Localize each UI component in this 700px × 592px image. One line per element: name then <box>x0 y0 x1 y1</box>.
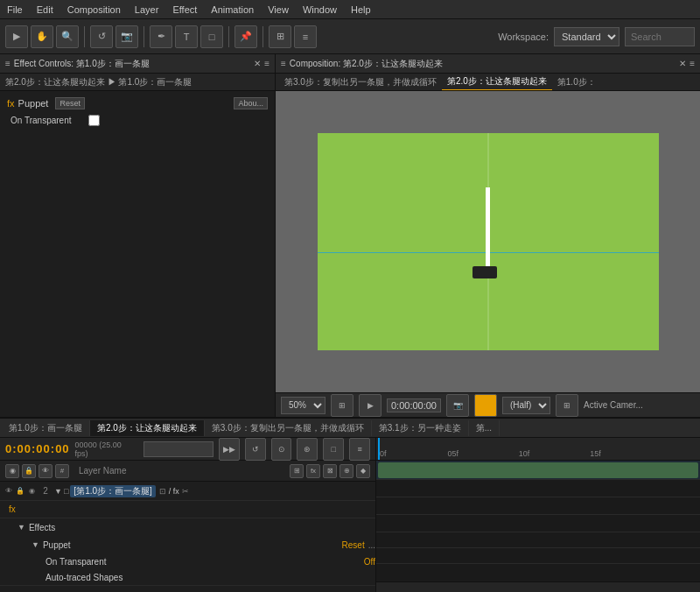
on-transparent-row: On Transparent <box>4 112 271 128</box>
tl-more-btn[interactable]: ≡ <box>349 438 370 461</box>
menu-item-composition[interactable]: Composition <box>60 3 128 17</box>
layer-expand-icon[interactable]: ▼ <box>54 487 62 496</box>
reset-view-btn[interactable]: ⊞ <box>331 394 354 417</box>
comp-close-icon[interactable]: ✕ <box>679 59 686 68</box>
shape-tool-btn[interactable]: □ <box>200 25 223 48</box>
toolbar-sep1 <box>84 26 85 47</box>
menu-item-window[interactable]: Window <box>296 3 344 17</box>
workspace-select[interactable]: Standard <box>554 27 620 46</box>
breadcrumb: 第2.0步：让这条腿动起来 ▶ 第1.0步：画一条腿 <box>0 74 275 91</box>
tl-render-btn[interactable]: □ <box>323 438 344 461</box>
camera-icon[interactable]: 📷 <box>446 394 469 417</box>
track-bar-main[interactable] <box>378 462 698 478</box>
tl-live-btn[interactable]: ⊙ <box>271 438 292 461</box>
effects-label: Effects <box>29 523 55 532</box>
layer-extra-controls: ⊡ / fx ✂ <box>159 487 189 496</box>
camera-tool-btn[interactable]: 📷 <box>116 25 138 48</box>
effects-expand-row[interactable]: ▼ Effects <box>18 518 375 536</box>
tl-keyframe-btn[interactable]: ◆ <box>356 464 370 478</box>
menu-item-layer[interactable]: Layer <box>128 3 166 17</box>
timeline-layer-panel: 0:00:00:00 00000 (25.00 fps) ▶▶ ↺ ⊙ ⊛ □ … <box>0 438 376 592</box>
effects-expand-icon[interactable]: ▼ <box>18 523 25 532</box>
tl-draft-btn[interactable]: ⊛ <box>297 438 318 461</box>
main-area: ≡ Effect Controls: 第1.0步：画一条腿 ✕ ≡ 第2.0步：… <box>0 54 700 417</box>
snap-btn[interactable]: ⊞ <box>269 25 291 48</box>
on-transparent-off[interactable]: Off <box>364 557 375 567</box>
tl-hide-btn[interactable]: 👁 <box>38 464 52 478</box>
puppet-reset-btn[interactable]: Reset <box>342 540 365 550</box>
canvas-bg <box>318 133 659 350</box>
track-fx <box>376 480 700 497</box>
menu-item-effect[interactable]: Effect <box>165 3 204 17</box>
timeline-main: 0:00:00:00 00000 (25.00 fps) ▶▶ ↺ ⊙ ⊛ □ … <box>0 438 700 592</box>
ruler-mark-15f: 15f <box>590 449 601 458</box>
about-btn[interactable]: Abou... <box>234 97 268 109</box>
menu-item-view[interactable]: View <box>261 3 296 17</box>
panel-close-icon[interactable]: ✕ <box>254 59 261 68</box>
layer-solo-btn[interactable]: ◉ <box>26 486 37 497</box>
timecode-display[interactable]: 0:00:00:00 <box>387 398 441 412</box>
menu-item-help[interactable]: Help <box>344 3 378 17</box>
tl-label-btn[interactable]: # <box>55 464 69 478</box>
toolbar: ▶ ✋ 🔍 ↺ 📷 ✒ T □ 📌 ⊞ ≡ Workspace: Standar… <box>0 19 700 54</box>
tl-cols-btn[interactable]: ⊠ <box>323 464 337 478</box>
pen-tool-btn[interactable]: ✒ <box>150 25 172 48</box>
selection-tool-btn[interactable]: ▶ <box>5 25 28 48</box>
hand-tool-btn[interactable]: ✋ <box>31 25 53 48</box>
puppet-expand-row[interactable]: ▼ Puppet Reset ... <box>32 536 375 553</box>
tl-loop-btn[interactable]: ↺ <box>245 438 266 461</box>
menu-item-animation[interactable]: Animation <box>204 3 261 17</box>
tl-tab-step1[interactable]: 第1.0步：画一条腿 <box>2 420 90 436</box>
tl-search-input[interactable] <box>144 441 214 457</box>
effect-controls-content: fx Puppet Reset Abou... On Transparent <box>0 91 275 417</box>
tl-switch-btn[interactable]: ⊞ <box>290 464 304 478</box>
layer-fx-icon[interactable]: / fx <box>169 487 179 496</box>
zoom-select[interactable]: 50% <box>281 397 326 414</box>
grid-btn[interactable]: ⊞ <box>556 394 578 417</box>
tl-fx-btn[interactable]: fx <box>306 464 320 478</box>
zoom-tool-btn[interactable]: 🔍 <box>56 25 79 48</box>
timeline-ruler: 0f 05f 10f 15f <box>376 438 700 461</box>
layer-scissors-icon[interactable]: ✂ <box>182 487 189 496</box>
menu-item-file[interactable]: File <box>0 3 30 17</box>
tl-tab-more[interactable]: 第... <box>469 420 500 436</box>
comp-tab-step2[interactable]: 第2.0步：让这条腿动起来 <box>442 74 552 91</box>
puppet-expand-icon[interactable]: ▼ <box>32 540 39 549</box>
tl-tab-step3[interactable]: 第3.0步：复制出另一条腿，并做成循环 <box>205 420 372 436</box>
menu-bar: File Edit Composition Layer Effect Anima… <box>0 0 700 19</box>
on-transparent-checkbox[interactable] <box>88 115 100 126</box>
comp-tab-step3[interactable]: 第3.0步：复制出另一条腿，并做成循环 <box>279 74 442 90</box>
tl-timecode[interactable]: 0:00:00:00 <box>5 442 70 455</box>
puppet-tool-btn[interactable]: 📌 <box>234 25 257 48</box>
on-transparent-sub: On Transparent Off <box>32 553 375 569</box>
tl-tab-step2[interactable]: 第2.0步：让这条腿动起来 <box>90 420 205 436</box>
ruler-mark-10f: 10f <box>519 449 530 458</box>
tl-lock-btn[interactable]: 🔒 <box>22 464 36 478</box>
layer-connect-icon[interactable]: ⊡ <box>159 487 166 496</box>
puppet-leg <box>480 187 497 278</box>
tl-play-btn[interactable]: ▶▶ <box>219 438 240 461</box>
rotation-tool-btn[interactable]: ↺ <box>90 25 113 48</box>
layer-lock-btn[interactable]: 🔒 <box>15 486 25 497</box>
menu-item-edit[interactable]: Edit <box>30 3 60 17</box>
layer-number: 2 <box>38 486 52 496</box>
track-effects <box>376 497 700 515</box>
ruler-mark-0f: 0f <box>380 449 387 458</box>
tl-tab-step31[interactable]: 第3.1步：另一种走姿 <box>372 420 469 436</box>
preview-btn[interactable]: ▶ <box>359 394 382 417</box>
panel-menu-icon[interactable]: ≡ <box>264 59 270 68</box>
layer-eye-btn[interactable]: 👁 <box>4 486 14 497</box>
color-btn[interactable] <box>474 394 497 417</box>
reset-btn[interactable]: Reset <box>55 97 85 109</box>
text-tool-btn[interactable]: T <box>175 25 198 48</box>
puppet-ellipsis: ... <box>368 540 375 550</box>
layer-name-text[interactable]: [第1.0步：画一条腿] <box>70 485 155 497</box>
tl-extra-btn[interactable]: ⊕ <box>340 464 354 478</box>
comp-tab-step1[interactable]: 第1.0步： <box>552 74 601 90</box>
comp-menu-icon[interactable]: ≡ <box>690 59 695 68</box>
search-input[interactable] <box>625 27 695 46</box>
tl-solo-btn[interactable]: ◉ <box>5 464 19 478</box>
align-btn[interactable]: ≡ <box>294 25 317 48</box>
quality-select[interactable]: (Half) <box>502 397 550 414</box>
timeline-scrollbar[interactable] <box>376 581 700 592</box>
